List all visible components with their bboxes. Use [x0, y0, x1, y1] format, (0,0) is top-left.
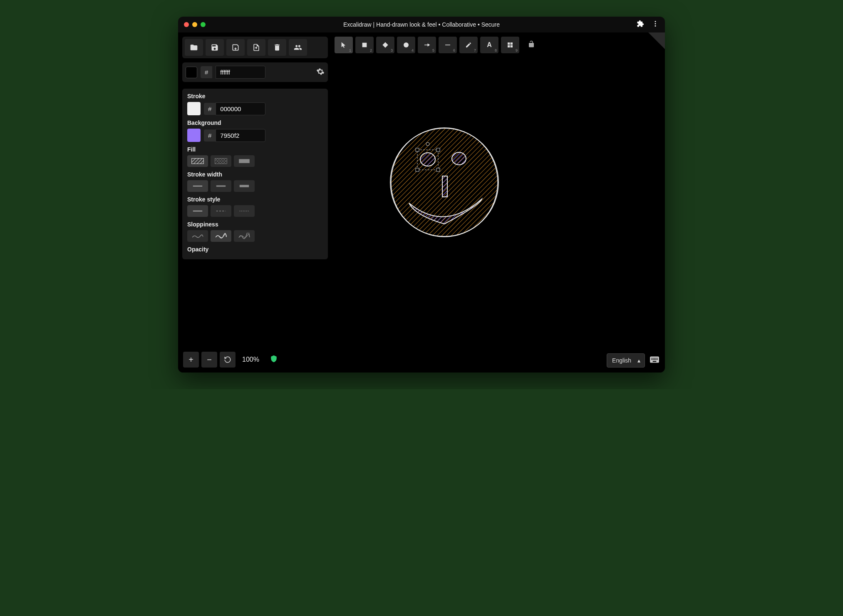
svg-point-2: [655, 25, 656, 27]
save-button[interactable]: [206, 39, 224, 56]
fill-hachure-button[interactable]: [187, 155, 208, 167]
zoom-in-button[interactable]: +: [183, 352, 199, 368]
stroke-solid-button[interactable]: [187, 205, 208, 217]
svg-line-6: [197, 159, 202, 164]
background-swatch[interactable]: [187, 129, 201, 142]
hash-label: #: [204, 103, 216, 115]
sloppy-artist-button[interactable]: [211, 230, 231, 242]
titlebar: Excalidraw | Hand-drawn look & feel • Co…: [178, 17, 665, 32]
svg-rect-41: [436, 148, 440, 152]
arrow-tool[interactable]: 5: [418, 37, 436, 53]
svg-rect-43: [436, 168, 440, 171]
hash-label: #: [204, 129, 216, 142]
stroke-color-input[interactable]: [216, 102, 265, 115]
svg-rect-32: [511, 45, 513, 47]
text-tool[interactable]: A8: [480, 37, 498, 53]
left-toolbar: # Stroke # Background # Fill: [182, 37, 328, 259]
menu-dots-icon[interactable]: [652, 20, 659, 29]
stroke-thin-button[interactable]: [187, 180, 208, 192]
diamond-tool[interactable]: 3: [376, 37, 394, 53]
svg-rect-31: [508, 45, 510, 47]
select-tool[interactable]: 1: [335, 37, 353, 53]
svg-rect-29: [508, 42, 510, 45]
stroke-style-label: Stroke style: [187, 196, 323, 203]
window-title: Excalidraw | Hand-drawn look & feel • Co…: [343, 21, 500, 28]
open-button[interactable]: [185, 39, 203, 56]
stroke-width-options: [187, 180, 323, 192]
fill-label: Fill: [187, 146, 323, 153]
svg-point-1: [655, 23, 656, 25]
fill-cross-button[interactable]: [211, 155, 231, 167]
svg-line-7: [200, 160, 203, 164]
extension-icon[interactable]: [637, 20, 644, 29]
svg-point-0: [655, 21, 656, 22]
stroke-medium-button[interactable]: [211, 180, 231, 192]
zoom-reset-button[interactable]: [220, 352, 236, 368]
opacity-label: Opacity: [187, 246, 323, 253]
svg-rect-45: [442, 176, 447, 197]
clear-button[interactable]: [268, 39, 286, 56]
library-tool[interactable]: 9: [501, 37, 519, 53]
svg-rect-25: [362, 43, 367, 47]
draw-tool[interactable]: 7: [459, 37, 478, 53]
circle-tool[interactable]: 4: [397, 37, 415, 53]
lock-button[interactable]: [528, 40, 535, 50]
titlebar-actions: [637, 20, 659, 29]
export-button[interactable]: [247, 39, 265, 56]
svg-point-37: [420, 153, 435, 166]
app-window: Excalidraw | Hand-drawn look & feel • Co…: [178, 17, 665, 373]
canvas-color-row: #: [182, 62, 328, 82]
fill-solid-button[interactable]: [234, 155, 255, 167]
svg-point-26: [404, 42, 409, 47]
svg-rect-42: [416, 168, 419, 171]
svg-rect-30: [511, 42, 513, 45]
traffic-lights: [184, 22, 206, 27]
sloppiness-options: [187, 230, 323, 242]
language-select[interactable]: English: [607, 353, 645, 368]
close-window-button[interactable]: [184, 22, 189, 27]
svg-rect-18: [239, 159, 250, 163]
background-color-row: #: [187, 129, 323, 142]
svg-rect-40: [416, 148, 419, 152]
stroke-swatch[interactable]: [187, 102, 201, 115]
zoom-controls: + − 100%: [183, 352, 278, 368]
save-as-button[interactable]: [226, 39, 245, 56]
maximize-window-button[interactable]: [201, 22, 206, 27]
canvas-color-input[interactable]: [216, 66, 265, 79]
hash-label: #: [201, 66, 212, 78]
stroke-width-label: Stroke width: [187, 171, 323, 178]
rectangle-tool[interactable]: 2: [355, 37, 374, 53]
properties-panel: Stroke # Background # Fill: [182, 89, 328, 259]
collaborate-button[interactable]: [289, 39, 307, 56]
sloppy-cartoonist-button[interactable]: [234, 230, 255, 242]
app-content: # Stroke # Background # Fill: [178, 32, 665, 373]
stroke-style-options: [187, 205, 323, 217]
canvas-color-swatch[interactable]: [186, 67, 197, 78]
zoom-out-button[interactable]: −: [201, 352, 217, 368]
shape-toolbar: 1 2 3 4 5 6 7 A8 9: [335, 37, 535, 53]
minimize-window-button[interactable]: [192, 22, 197, 27]
svg-line-4: [192, 159, 196, 163]
canvas-drawing[interactable]: [378, 116, 519, 257]
github-corner[interactable]: [648, 32, 665, 49]
stroke-color-row: #: [187, 102, 323, 115]
zoom-value: 100%: [238, 356, 263, 363]
stroke-thick-button[interactable]: [234, 180, 255, 192]
stroke-dotted-button[interactable]: [234, 205, 255, 217]
bottom-right-controls: English: [607, 353, 660, 368]
svg-point-38: [452, 152, 466, 165]
stroke-dashed-button[interactable]: [211, 205, 231, 217]
background-label: Background: [187, 119, 323, 126]
sloppy-architect-button[interactable]: [187, 230, 208, 242]
shield-icon[interactable]: [270, 355, 278, 364]
line-tool[interactable]: 6: [439, 37, 457, 53]
settings-button[interactable]: [316, 67, 325, 77]
sloppiness-label: Sloppiness: [187, 221, 323, 228]
keyboard-button[interactable]: [649, 354, 660, 367]
background-color-input[interactable]: [216, 129, 265, 142]
fill-options: [187, 155, 323, 167]
svg-line-5: [193, 159, 199, 164]
stroke-label: Stroke: [187, 93, 323, 99]
file-toolbar: [182, 37, 328, 58]
